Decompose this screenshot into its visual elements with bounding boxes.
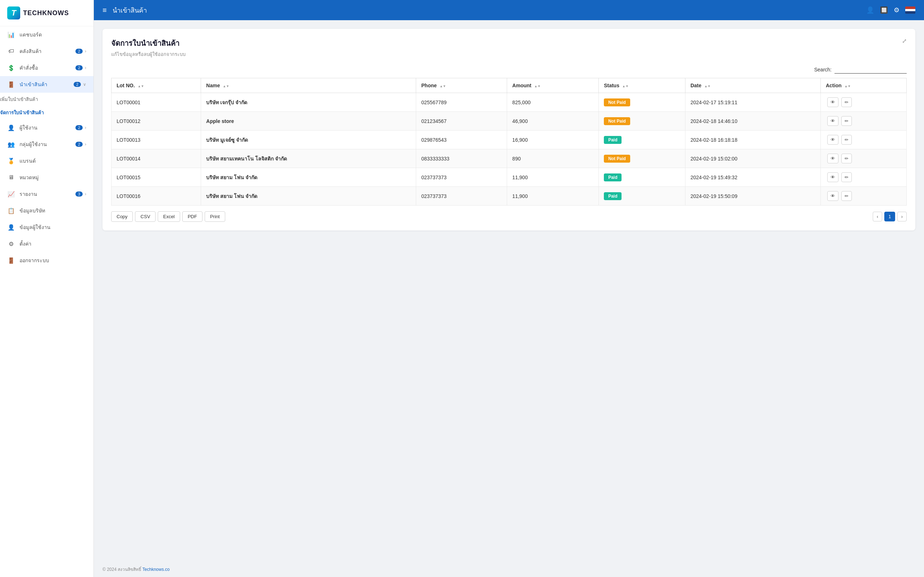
edit-button[interactable]: ✏ bbox=[842, 172, 852, 182]
edit-button[interactable]: ✏ bbox=[842, 191, 852, 201]
sidebar-badge-inventory: 2 bbox=[76, 49, 82, 54]
cell-action: 👁 ✏ bbox=[821, 131, 906, 149]
sidebar-item-purchase-orders[interactable]: 💲คำสั่งซื้อ2› bbox=[0, 60, 94, 76]
status-badge: Paid bbox=[604, 136, 622, 144]
col-amount[interactable]: Amount ▲▼ bbox=[507, 78, 599, 93]
cell-name: บริษัท สยาม โฟน จำกัด bbox=[201, 168, 416, 187]
edit-button[interactable]: ✏ bbox=[842, 97, 852, 107]
sidebar-item-logout[interactable]: 🚪ออกจากระบบ bbox=[0, 252, 94, 269]
col-lot[interactable]: Lot NO. ▲▼ bbox=[111, 78, 201, 93]
import-nav-icon: 🚪 bbox=[7, 81, 15, 88]
pagination-page-1[interactable]: 1 bbox=[884, 212, 895, 221]
sidebar-item-categories[interactable]: 🖥หมวดหมู่ bbox=[0, 169, 94, 186]
table-row: LOT00013บริษัท มูเจย์ซู จำกัด02987654316… bbox=[111, 131, 907, 149]
cell-date: 2024-02-18 16:18:18 bbox=[685, 131, 821, 149]
sidebar-arrow-users: › bbox=[85, 125, 86, 130]
col-phone[interactable]: Phone ▲▼ bbox=[416, 78, 507, 93]
footer-link[interactable]: Techknows.co bbox=[142, 567, 170, 572]
nav-container: 📊แดชบอร์ด🏷คลังสินค้า2›💲คำสั่งซื้อ2›🚪นำเข… bbox=[0, 26, 94, 269]
company-info-nav-icon: 📋 bbox=[7, 207, 15, 214]
table-container: Lot NO. ▲▼Name ▲▼Phone ▲▼Amount ▲▼Status… bbox=[111, 78, 907, 206]
export-btn-excel[interactable]: Excel bbox=[158, 211, 180, 222]
sidebar-arrow-inventory: › bbox=[85, 49, 86, 54]
menu-toggle-icon[interactable]: ≡ bbox=[102, 6, 107, 15]
cell-lot: LOT00013 bbox=[111, 131, 201, 149]
status-badge: Paid bbox=[604, 174, 622, 181]
edit-button[interactable]: ✏ bbox=[842, 116, 852, 126]
sort-lot[interactable]: ▲▼ bbox=[137, 85, 144, 88]
sidebar-label-settings: ตั้งค่า bbox=[19, 240, 86, 248]
sidebar-item-reports[interactable]: 📈รายงาน3› bbox=[0, 186, 94, 202]
view-button[interactable]: 👁 bbox=[827, 135, 838, 145]
cell-amount: 16,900 bbox=[507, 131, 599, 149]
cell-date: 2024-02-19 15:02:00 bbox=[685, 149, 821, 168]
export-btn-csv[interactable]: CSV bbox=[135, 211, 155, 222]
export-buttons: CopyCSVExcelPDFPrint bbox=[111, 211, 225, 222]
flag-thailand[interactable] bbox=[905, 6, 915, 14]
export-btn-print[interactable]: Print bbox=[205, 211, 225, 222]
sidebar: T TECHKNOWS 📊แดชบอร์ด🏷คลังสินค้า2›💲คำสั่… bbox=[0, 0, 94, 577]
cell-status: Not Paid bbox=[599, 112, 685, 131]
page-title: จัดการใบนำเข้าสินค้า bbox=[111, 37, 186, 49]
pagination-next[interactable]: › bbox=[897, 212, 907, 221]
cell-lot: LOT00001 bbox=[111, 93, 201, 112]
edit-button[interactable]: ✏ bbox=[842, 135, 852, 145]
topbar: ≡ นำเข้าสินค้า 👤 🔲 ⚙ bbox=[94, 0, 924, 20]
user-icon[interactable]: 👤 bbox=[866, 6, 874, 14]
view-button[interactable]: 👁 bbox=[827, 172, 838, 182]
table-head: Lot NO. ▲▼Name ▲▼Phone ▲▼Amount ▲▼Status… bbox=[111, 78, 907, 93]
col-status[interactable]: Status ▲▼ bbox=[599, 78, 685, 93]
reports-nav-icon: 📈 bbox=[7, 191, 15, 198]
cell-phone: 025567789 bbox=[416, 93, 507, 112]
sort-amount[interactable]: ▲▼ bbox=[534, 85, 541, 88]
view-button[interactable]: 👁 bbox=[827, 154, 838, 163]
sidebar-sub-add-import[interactable]: เพิ่มใบนำเข้าสินค้า bbox=[0, 93, 94, 106]
cell-status: Not Paid bbox=[599, 93, 685, 112]
sidebar-label-purchase-orders: คำสั่งซื้อ bbox=[19, 64, 76, 72]
export-btn-pdf[interactable]: PDF bbox=[182, 211, 202, 222]
sidebar-item-users[interactable]: 👤ผู้ใช้งาน2› bbox=[0, 119, 94, 136]
status-badge: Not Paid bbox=[604, 155, 630, 163]
sidebar-item-company-info[interactable]: 📋ข้อมูลบริษัท bbox=[0, 202, 94, 219]
sidebar-sub-manage-import[interactable]: จัดการใบนำเข้าสินค้า bbox=[0, 106, 94, 119]
topbar-title: นำเข้าสินค้า bbox=[113, 5, 866, 16]
view-button[interactable]: 👁 bbox=[827, 97, 838, 107]
sidebar-item-dashboard[interactable]: 📊แดชบอร์ด bbox=[0, 26, 94, 43]
cell-action: 👁 ✏ bbox=[821, 149, 906, 168]
sort-name[interactable]: ▲▼ bbox=[223, 85, 229, 88]
col-action[interactable]: Action ▲▼ bbox=[821, 78, 906, 93]
sort-action[interactable]: ▲▼ bbox=[844, 85, 851, 88]
sidebar-item-user-info[interactable]: 👤ข้อมูลผู้ใช้งาน bbox=[0, 219, 94, 235]
status-badge: Paid bbox=[604, 192, 622, 200]
sort-date[interactable]: ▲▼ bbox=[704, 85, 711, 88]
col-date[interactable]: Date ▲▼ bbox=[685, 78, 821, 93]
main-area: ≡ นำเข้าสินค้า 👤 🔲 ⚙ จัดการใบนำเข้าสินค้… bbox=[94, 0, 924, 577]
pagination-prev[interactable]: ‹ bbox=[873, 212, 882, 221]
cell-date: 2024-02-19 15:50:09 bbox=[685, 187, 821, 206]
sidebar-item-brands[interactable]: 🏅แบรนด์ bbox=[0, 153, 94, 169]
page-subtitle: แก้ไขข้อมูลหรือลบผู้ใช้ออกจากระบบ bbox=[111, 50, 186, 58]
cell-phone: 021234567 bbox=[416, 112, 507, 131]
cell-status: Paid bbox=[599, 131, 685, 149]
sidebar-label-user-groups: กลุ่มผู้ใช้งาน bbox=[19, 140, 76, 148]
cell-action: 👁 ✏ bbox=[821, 168, 906, 187]
square-icon[interactable]: 🔲 bbox=[880, 6, 888, 14]
sort-status[interactable]: ▲▼ bbox=[622, 85, 629, 88]
col-name[interactable]: Name ▲▼ bbox=[201, 78, 416, 93]
sidebar-item-settings[interactable]: ⚙ตั้งค่า bbox=[0, 235, 94, 252]
sidebar-item-inventory[interactable]: 🏷คลังสินค้า2› bbox=[0, 43, 94, 60]
sidebar-item-user-groups[interactable]: 👥กลุ่มผู้ใช้งาน2› bbox=[0, 136, 94, 153]
edit-button[interactable]: ✏ bbox=[842, 154, 852, 163]
view-button[interactable]: 👁 bbox=[827, 116, 838, 126]
settings-icon[interactable]: ⚙ bbox=[894, 6, 900, 14]
sidebar-label-users: ผู้ใช้งาน bbox=[19, 124, 76, 132]
sidebar-label-company-info: ข้อมูลบริษัท bbox=[19, 206, 86, 214]
sort-phone[interactable]: ▲▼ bbox=[439, 85, 446, 88]
sidebar-badge-purchase-orders: 2 bbox=[76, 65, 82, 70]
view-button[interactable]: 👁 bbox=[827, 191, 838, 201]
sidebar-item-import[interactable]: 🚪นำเข้าสินค้า2∨ bbox=[0, 76, 94, 93]
users-nav-icon: 👤 bbox=[7, 124, 15, 131]
expand-icon[interactable]: ⤢ bbox=[902, 37, 907, 44]
export-btn-copy[interactable]: Copy bbox=[111, 211, 133, 222]
search-input[interactable] bbox=[835, 65, 907, 74]
